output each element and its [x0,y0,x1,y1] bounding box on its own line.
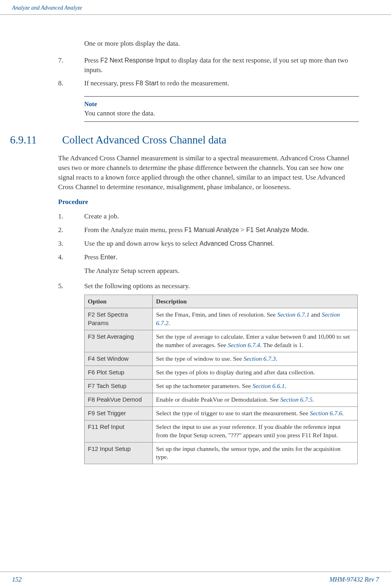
table-row: F8 PeakVue Demod Enable or disable PeakV… [85,393,358,406]
procedure-list: 1. Create a job. 2. From the Analyze mai… [58,212,359,464]
step-text: From the Analyze main menu, press F1 Man… [84,225,359,235]
step-text: Set the following options as necessary. [84,281,359,291]
option-cell: F11 Ref Input [85,420,153,442]
col-option: Option [85,295,153,308]
step-8: 8. If necessary, press F8 Start to redo … [58,79,359,88]
table-row: F4 Set Window Set the type of window to … [85,352,358,366]
step-text: Create a job. [84,212,359,221]
table-row: F11 Ref Input Select the input to use as… [85,420,358,442]
option-cell: F4 Set Window [85,352,153,366]
page-header: Analyze and Advanced Analyze [0,0,391,15]
ui-label: F2 Next Response Input [100,57,170,64]
step-text: Press Enter. [84,253,359,262]
proc-step-2: 2. From the Analyze main menu, press F1 … [58,225,359,235]
option-cell: F3 Set Averaging [85,330,153,352]
header-title: Analyze and Advanced Analyze [12,5,82,11]
options-table: Option Description F2 Set Spectra Params… [84,295,358,464]
description-cell: Set the types of plots to display during… [153,366,358,379]
option-cell: F2 Set Spectra Params [85,308,153,330]
table-row: F3 Set Averaging Set the type of average… [85,330,358,352]
procedure-label: Procedure [58,198,359,206]
note-text: You cannot store the data. [84,109,359,117]
step-text: Use the up and down arrow keys to select… [84,239,359,249]
col-description: Description [153,295,358,308]
proc-step-4-sub: The Analyze Setup screen appears. [84,267,359,275]
step-num: 4. [58,253,84,262]
table-row: F9 Set Trigger Select the type of trigge… [85,406,358,420]
note-label: Note [84,101,359,108]
section-para: The Advanced Cross Channel measurement i… [58,154,359,192]
intro-text: One or more plots display the data. [84,39,359,48]
section-link[interactable]: Section 6.7.3 [243,355,276,362]
option-cell: F6 Plot Setup [85,366,153,379]
proc-step-3: 3. Use the up and down arrow keys to sel… [58,239,359,249]
section-link[interactable]: Section 6.7.6 [310,410,342,416]
proc-step-5: 5. Set the following options as necessar… [58,281,359,291]
description-cell: Enable or disable PeakVue or Demodulatio… [153,393,358,406]
step-num: 1. [58,212,84,221]
description-cell: Set up the tachometer parameters. See Se… [153,379,358,393]
step-text: Press F2 Next Response Input to display … [84,56,359,75]
doc-id: MHM-97432 Rev 7 [329,576,379,583]
ui-label: Enter [100,254,115,261]
step-num: 7. [58,56,84,75]
description-cell: Set up the input channels, the sensor ty… [153,442,358,464]
step-num: 3. [58,239,84,249]
step-7: 7. Press F2 Next Response Input to displ… [58,56,359,75]
section-heading: 6.9.11 Collect Advanced Cross Channel da… [10,134,359,146]
ui-label: Advanced Cross Channel [200,240,272,247]
note-box: Note You cannot store the data. [84,96,359,122]
proc-step-1: 1. Create a job. [58,212,359,221]
page-content: One or more plots display the data. 7. P… [0,39,391,464]
ui-label: F8 Start [136,80,158,87]
section-link[interactable]: Section 6.7.1 [277,311,310,318]
description-cell: Select the input to use as your referenc… [153,420,358,442]
step-text: If necessary, press F8 Start to redo the… [84,79,359,88]
description-cell: Set the type of average to calculate. En… [153,330,358,352]
page-footer: 152 MHM-97432 Rev 7 [0,572,391,583]
ui-label: F1 Set Analyze Mode [246,226,307,233]
step-num: 2. [58,225,84,235]
description-cell: Select the type of trigger to use to sta… [153,406,358,420]
description-cell: Set the type of window to use. See Secti… [153,352,358,366]
option-cell: F9 Set Trigger [85,406,153,420]
page-number: 152 [12,576,22,583]
option-cell: F12 Input Setup [85,442,153,464]
table-row: F12 Input Setup Set up the input channel… [85,442,358,464]
section-link[interactable]: Section 6.7.5 [280,396,313,403]
proc-step-4: 4. Press Enter. [58,253,359,262]
step-num: 5. [58,281,84,291]
table-row: F6 Plot Setup Set the types of plots to … [85,366,358,379]
option-cell: F7 Tach Setup [85,379,153,393]
description-cell: Set the Fmax, Fmin, and lines of resolut… [153,308,358,330]
section-number: 6.9.11 [10,134,62,146]
table-row: F7 Tach Setup Set up the tachometer para… [85,379,358,393]
section-link[interactable]: Section 6.7.4 [228,341,260,348]
ui-label: F1 Manual Analyze [184,226,239,233]
table-header-row: Option Description [85,295,358,308]
section-link[interactable]: Section 6.6.1 [253,382,285,389]
step-num: 8. [58,79,84,88]
option-cell: F8 PeakVue Demod [85,393,153,406]
table-row: F2 Set Spectra Params Set the Fmax, Fmin… [85,308,358,330]
section-title: Collect Advanced Cross Channel data [62,134,226,146]
